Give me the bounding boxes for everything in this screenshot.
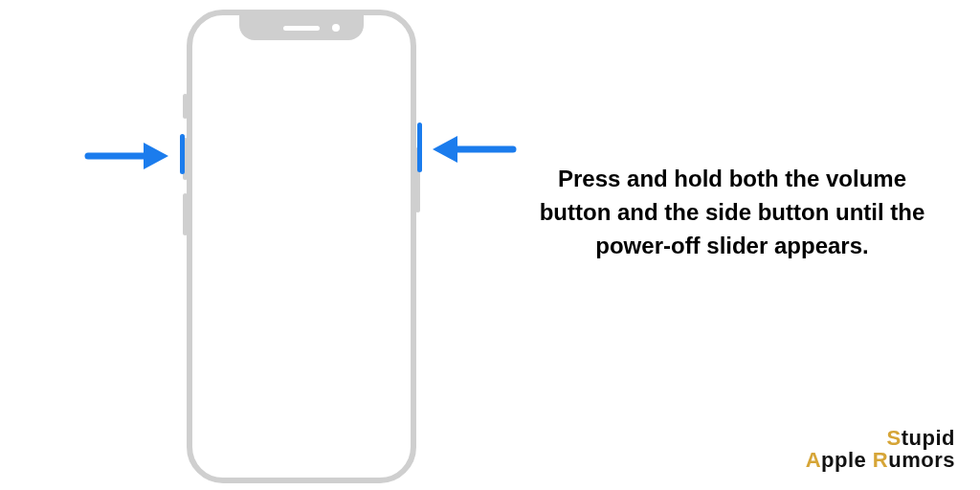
instruction-text: Press and hold both the volume button an… — [531, 163, 933, 262]
brand-accent-a: A — [806, 448, 821, 472]
brand-accent-r: R — [873, 448, 888, 472]
volume-button-highlight — [180, 134, 185, 174]
front-camera — [332, 24, 340, 32]
brand-watermark: Stupid Apple Rumors — [806, 427, 955, 471]
volume-down-button — [183, 193, 188, 235]
brand-word-rumors: umors — [888, 448, 955, 472]
phone-notch — [239, 15, 364, 40]
arrow-left-icon — [431, 132, 517, 167]
iphone-outline — [187, 10, 416, 483]
brand-accent-s: S — [887, 426, 902, 450]
brand-word-apple: pple — [821, 448, 873, 472]
svg-marker-1 — [144, 143, 168, 169]
side-button-highlight — [417, 122, 422, 172]
arrow-right-icon — [84, 139, 170, 173]
diagram-container: Press and hold both the volume button an… — [0, 0, 980, 490]
svg-marker-3 — [433, 136, 457, 163]
speaker-slot — [283, 26, 320, 31]
phone-illustration-area — [57, 10, 498, 488]
brand-word-stupid: tupid — [902, 426, 955, 450]
mute-switch — [183, 94, 188, 119]
